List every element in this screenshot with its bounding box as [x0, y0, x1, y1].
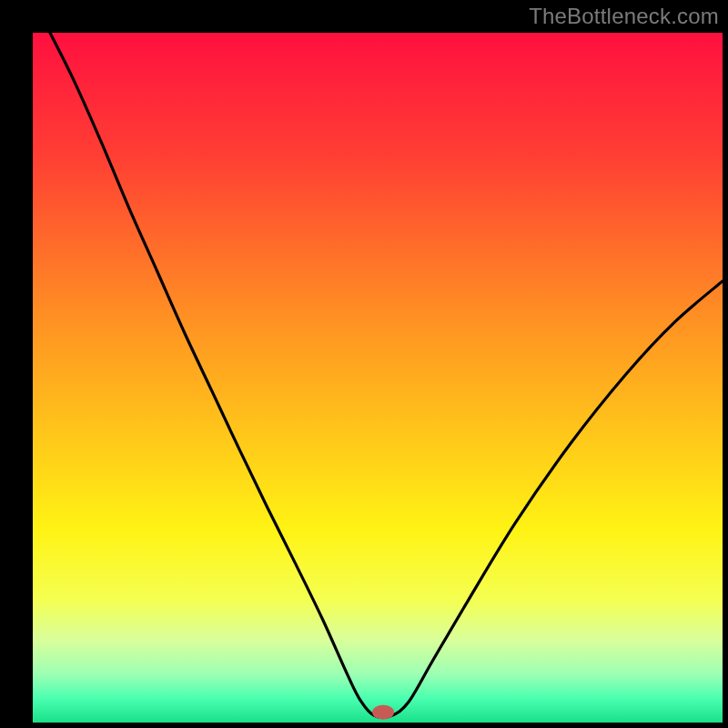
gradient-background [33, 33, 723, 723]
plot-area [33, 33, 723, 723]
min-marker [372, 705, 394, 720]
chart-svg [33, 33, 723, 723]
watermark-text: TheBottleneck.com [529, 4, 719, 29]
chart-frame: TheBottleneck.com [0, 0, 728, 728]
